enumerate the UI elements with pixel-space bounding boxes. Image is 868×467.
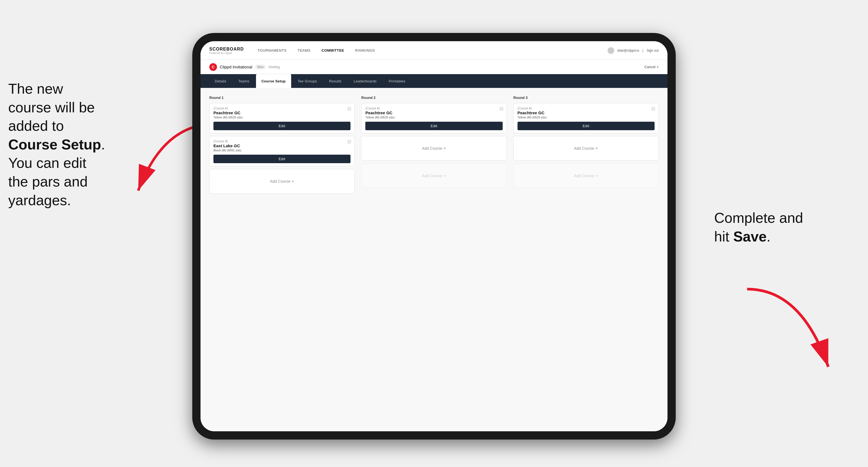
- gender-badge: Men: [255, 65, 266, 69]
- round3-add-course-2-plus-icon: +: [595, 173, 598, 178]
- round-1-col: Round 1 ⊡ (Course A) Peachtree GC Yellow…: [209, 96, 354, 196]
- tab-printables[interactable]: Printables: [383, 74, 411, 88]
- rounds-grid: Round 1 ⊡ (Course A) Peachtree GC Yellow…: [209, 96, 659, 196]
- delete-round2-course-a-icon[interactable]: ⊡: [500, 106, 503, 111]
- round2-add-course-plus-icon: +: [443, 146, 446, 151]
- round2-course-a-tee: Yellow (M) (6629 yds): [365, 116, 502, 119]
- round1-course-a-name: Peachtree GC: [213, 111, 350, 115]
- round2-add-course-label: Add Course: [422, 146, 442, 151]
- tab-details[interactable]: Details: [209, 74, 232, 88]
- nav-teams[interactable]: TEAMS: [298, 48, 310, 53]
- round2-add-course-2-plus-icon: +: [443, 173, 446, 178]
- right-arrow: [747, 286, 835, 374]
- round3-add-course-button[interactable]: Add Course +: [514, 136, 659, 161]
- round3-course-a-tee: Yellow (M) (6629 yds): [518, 116, 655, 119]
- round3-add-course-plus-icon: +: [595, 146, 598, 151]
- round-1-label: Round 1: [209, 96, 354, 100]
- nav-committee[interactable]: COMMITTEE: [322, 48, 344, 53]
- round1-course-a-edit-button[interactable]: Edit: [213, 122, 350, 130]
- round1-add-course-button[interactable]: Add Course +: [209, 169, 354, 194]
- hosting-status: Hosting: [269, 65, 280, 69]
- round1-course-a-tee: Yellow (M) (6629 yds): [213, 116, 350, 119]
- round2-course-a-label: (Course A): [365, 106, 502, 110]
- cancel-button[interactable]: Cancel ×: [644, 65, 659, 69]
- round3-add-course-2-button: Add Course +: [514, 163, 659, 188]
- tab-results[interactable]: Results: [323, 74, 347, 88]
- round2-add-course-button[interactable]: Add Course +: [361, 136, 506, 161]
- breadcrumb-bar: C Clippd Invitational Men Hosting Cancel…: [200, 60, 668, 74]
- round3-course-a-card: ⊡ (Course A) Peachtree GC Yellow (M) (66…: [514, 103, 659, 133]
- round-2-col: Round 2 ⊡ (Course A) Peachtree GC Yellow…: [361, 96, 506, 196]
- round-2-label: Round 2: [361, 96, 506, 100]
- nav-separator: |: [643, 49, 643, 53]
- round1-course-b-edit-button[interactable]: Edit: [213, 155, 350, 163]
- breadcrumb-content: C Clippd Invitational Men Hosting: [209, 63, 280, 71]
- sign-out-link[interactable]: Sign out: [647, 49, 659, 53]
- round1-course-a-card: ⊡ (Course A) Peachtree GC Yellow (M) (66…: [209, 103, 354, 133]
- round3-course-a-name: Peachtree GC: [518, 111, 655, 115]
- tablet-device: SCOREBOARD Powered by clippd TOURNAMENTS…: [192, 33, 676, 439]
- round-3-col: Round 3 ⊡ (Course A) Peachtree GC Yellow…: [514, 96, 659, 196]
- round3-add-course-2-label: Add Course: [574, 174, 594, 178]
- logo-title: SCOREBOARD: [209, 47, 244, 52]
- nav-tournaments[interactable]: TOURNAMENTS: [258, 48, 287, 53]
- top-nav: SCOREBOARD Powered by clippd TOURNAMENTS…: [200, 41, 668, 60]
- user-email: blair@clippd.io: [618, 49, 639, 53]
- round3-course-a-edit-button[interactable]: Edit: [518, 122, 655, 130]
- scoreboard-logo: SCOREBOARD Powered by clippd: [209, 47, 244, 54]
- tablet-screen: SCOREBOARD Powered by clippd TOURNAMENTS…: [200, 41, 668, 431]
- round1-course-b-label: (Course B): [213, 139, 350, 143]
- round3-add-course-label: Add Course: [574, 146, 594, 151]
- round3-course-a-label: (Course A): [518, 106, 655, 110]
- round1-course-b-name: East Lake GC: [213, 144, 350, 148]
- tab-course-setup[interactable]: Course Setup: [256, 74, 291, 88]
- round1-add-course-plus-icon: +: [291, 179, 294, 184]
- delete-round1-course-a-icon[interactable]: ⊡: [347, 106, 351, 111]
- round1-course-b-card: ⊡ (Course B) East Lake GC Black (M) (689…: [209, 136, 354, 166]
- round2-course-a-card: ⊡ (Course A) Peachtree GC Yellow (M) (66…: [361, 103, 506, 133]
- tab-leaderboards[interactable]: Leaderboards: [348, 74, 382, 88]
- round2-course-a-name: Peachtree GC: [365, 111, 502, 115]
- round1-course-a-label: (Course A): [213, 106, 350, 110]
- delete-round1-course-b-icon[interactable]: ⊡: [347, 139, 351, 144]
- right-annotation: Complete and hit Save.: [714, 209, 818, 246]
- round1-course-b-tee: Black (M) (6891 yds): [213, 149, 350, 152]
- left-annotation: The new course will be added to Course S…: [8, 80, 140, 210]
- round-3-label: Round 3: [514, 96, 659, 100]
- tournament-name: Clippd Invitational: [220, 65, 252, 69]
- delete-round3-course-a-icon[interactable]: ⊡: [652, 106, 655, 111]
- clippd-logo: C: [209, 63, 217, 71]
- main-content: Round 1 ⊡ (Course A) Peachtree GC Yellow…: [200, 88, 668, 431]
- tab-tee-groups[interactable]: Tee Groups: [292, 74, 322, 88]
- round2-add-course-2-button: Add Course +: [361, 163, 506, 188]
- user-avatar: [608, 47, 614, 54]
- tab-bar: Details Teams Course Setup Tee Groups Re…: [200, 74, 668, 88]
- tab-teams[interactable]: Teams: [233, 74, 255, 88]
- nav-right: blair@clippd.io | Sign out: [608, 47, 659, 54]
- round2-add-course-2-label: Add Course: [422, 174, 442, 178]
- round2-course-a-edit-button[interactable]: Edit: [365, 122, 502, 130]
- logo-subtitle: Powered by clippd: [209, 52, 244, 54]
- nav-rankings[interactable]: RANKINGS: [355, 48, 375, 53]
- round1-add-course-label: Add Course: [270, 179, 290, 184]
